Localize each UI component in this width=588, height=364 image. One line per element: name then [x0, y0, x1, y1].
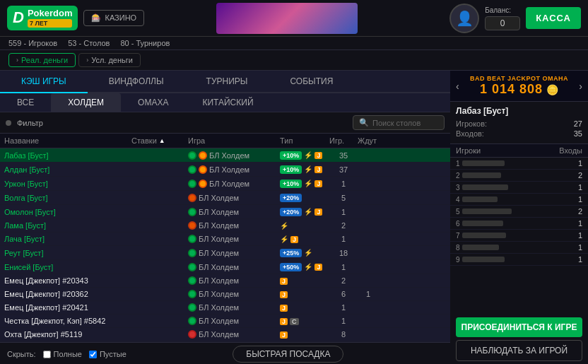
row-type: ⚡ [280, 221, 329, 230]
player-row[interactable]: 1 1 [450, 158, 588, 170]
game-name: БЛ Холдем [199, 290, 239, 298]
action-buttons: ПРИСОЕДИНИТЬСЯ К ИГРЕ НАБЛЮДАТЬ ЗА ИГРОЙ [450, 313, 588, 364]
table-row[interactable]: Емец [Джекпот] #20362 БЛ Холдем J 6 1 [0, 288, 450, 301]
full-label: Полные [54, 350, 82, 358]
player-name: 7 [456, 231, 540, 240]
full-tables-filter[interactable]: Полные [43, 350, 82, 358]
table-row[interactable]: Емец [Джекпот] #20421 БЛ Холдем J 1 [0, 301, 450, 315]
search-box[interactable]: 🔍 Поиск столов [353, 115, 445, 130]
info-row-players: Игроков: 27 [456, 119, 582, 128]
search-placeholder: Поиск столов [372, 119, 421, 127]
empty-checkbox[interactable] [89, 351, 97, 358]
table-row[interactable]: Волга [Буст] БЛ Холдем +20% 5 [0, 191, 450, 205]
table-row[interactable]: Енисей [Буст] БЛ Холдем +50% ⚡ J 1 [0, 260, 450, 274]
row-players: 6 [329, 290, 358, 298]
chip-icon [188, 208, 196, 216]
player-row[interactable]: 9 1 [450, 254, 588, 266]
j-badge: J [280, 278, 288, 285]
bonus-badge: +10% [280, 180, 302, 188]
player-entries: 1 [540, 231, 582, 240]
chip-icon [188, 276, 196, 285]
jackpot-amount: 1 014 808 [480, 82, 543, 97]
col-bets[interactable]: Ставки ▲ [131, 136, 188, 145]
row-players: 1 [329, 208, 358, 216]
col-game[interactable]: Игра [188, 136, 280, 145]
hide-label: Скрыть: [7, 350, 36, 358]
player-row[interactable]: 2 2 [450, 170, 588, 182]
logo-badge[interactable]: D Pokerdom 7 ЛЕТ [7, 6, 78, 30]
row-game: БЛ Холдем [188, 330, 280, 339]
chip-icon [188, 249, 196, 257]
quick-seat-button[interactable]: БЫСТРАЯ ПОСАДКА [233, 346, 343, 363]
row-type: +10% ⚡ J [280, 151, 329, 160]
col-extra [379, 136, 393, 145]
nav-tournaments[interactable]: ТУРНИРЫ [185, 71, 269, 93]
row-name: Емец [Джекпот] #20362 [4, 290, 131, 298]
subnav-holdem[interactable]: ХОЛДЕМ [51, 93, 121, 112]
chip-icon [188, 290, 196, 298]
full-checkbox[interactable] [43, 351, 51, 358]
main-nav: КЭШ ИГРЫ ВИНДФОЛЛЫ ТУРНИРЫ СОБЫТИЯ [0, 71, 450, 93]
join-button[interactable]: ПРИСОЕДИНИТЬСЯ К ИГРЕ [456, 317, 582, 337]
table-row[interactable]: Лача [Буст] БЛ Холдем ⚡ J 1 [0, 233, 450, 246]
chevron-right-icon: › [16, 57, 18, 64]
subnav-chinese[interactable]: КИТАЙСКИЙ [185, 93, 270, 112]
jackpot-next-icon[interactable]: › [579, 81, 582, 92]
lightning-icon: ⚡ [304, 208, 312, 216]
table-row[interactable]: Омолон [Буст] БЛ Холдем +20% ⚡ J 1 [0, 205, 450, 219]
player-row[interactable]: 8 1 [450, 242, 588, 254]
table-row[interactable]: Алдан [Буст] БЛ Холдем +10% ⚡ J 37 [0, 163, 450, 177]
player-row[interactable]: 6 1 [450, 218, 588, 230]
lightning-icon: ⚡ [304, 180, 312, 187]
player-entries: 1 [540, 159, 582, 168]
chip-icon-2 [199, 151, 207, 160]
info-players-label: Игроков: [456, 119, 487, 128]
empty-tables-filter[interactable]: Пустые [89, 350, 127, 358]
table-row[interactable]: Емец [Джекпот] #20343 БЛ Холдем J 2 [0, 274, 450, 288]
player-row[interactable]: 7 1 [450, 230, 588, 242]
table-row[interactable]: Лабаз [Буст] БЛ Холдем +10% ⚡ J 35 [0, 148, 450, 163]
sub-nav: ВСЕ ХОЛДЕМ ОМАХА КИТАЙСКИЙ [0, 93, 450, 112]
j-badge: J [280, 291, 288, 298]
player-name: 6 [456, 219, 540, 228]
table-row[interactable]: Честка [Джекпот, Кэп] #5842 БЛ Холдем J … [0, 315, 450, 328]
watch-button[interactable]: НАБЛЮДАТЬ ЗА ИГРОЙ [456, 340, 582, 361]
filter-label[interactable]: Фильтр [17, 119, 43, 127]
player-row[interactable]: 3 1 [450, 182, 588, 194]
col-players[interactable]: Игр. [329, 136, 358, 145]
chip-icon [188, 330, 196, 339]
nav-events[interactable]: СОБЫТИЯ [269, 71, 354, 93]
players-stat: 559 - Игроков [8, 39, 57, 47]
col-name[interactable]: Название [4, 136, 131, 145]
table-row[interactable]: Уркон [Буст] БЛ Холдем +10% ⚡ J 1 [0, 177, 450, 191]
row-players: 35 [329, 151, 358, 160]
row-game: БЛ Холдем [188, 194, 280, 202]
jackpot-prev-icon[interactable]: ‹ [456, 81, 459, 92]
j-badge: J [314, 209, 322, 216]
filter-dot[interactable] [6, 120, 11, 126]
subnav-omaha[interactable]: ОМАХА [121, 93, 185, 112]
nav-windfall[interactable]: ВИНДФОЛЛЫ [88, 71, 185, 93]
row-wait: 1 [358, 290, 379, 298]
money-tab-real[interactable]: › Реал. деньги [8, 53, 76, 67]
table-row[interactable]: Лама [Буст] БЛ Холдем ⚡ 2 [0, 219, 450, 233]
row-name: Уркон [Буст] [4, 180, 131, 188]
player-name: 2 [456, 171, 540, 180]
table-row[interactable]: Охта [Джекпот] #5119 БЛ Холдем J 8 [0, 328, 450, 341]
jackpot-title: BAD BEAT JACKPOT OMAHA [462, 75, 577, 82]
col-wait[interactable]: Ждут [358, 136, 379, 145]
kasca-button[interactable]: КАССА [526, 7, 581, 29]
player-row[interactable]: 4 1 [450, 194, 588, 206]
info-row-entries: Входов: 35 [456, 129, 582, 138]
casino-button[interactable]: 🎰 КАЗИНО [83, 10, 144, 26]
subnav-all[interactable]: ВСЕ [0, 93, 51, 112]
player-row[interactable]: 5 2 [450, 206, 588, 218]
money-tab-real-label: Реал. деньги [21, 56, 68, 64]
money-tab-virtual[interactable]: › Усл. деньги [78, 53, 141, 67]
avatar[interactable]: 👤 [449, 4, 479, 33]
table-row[interactable]: Реут [Буст] БЛ Холдем +25% ⚡ 18 [0, 246, 450, 260]
bonus-badge: +50% [280, 263, 302, 271]
row-game: БЛ Холдем [188, 221, 280, 230]
nav-cash-games[interactable]: КЭШ ИГРЫ [0, 71, 88, 93]
col-type[interactable]: Тип [280, 136, 329, 145]
